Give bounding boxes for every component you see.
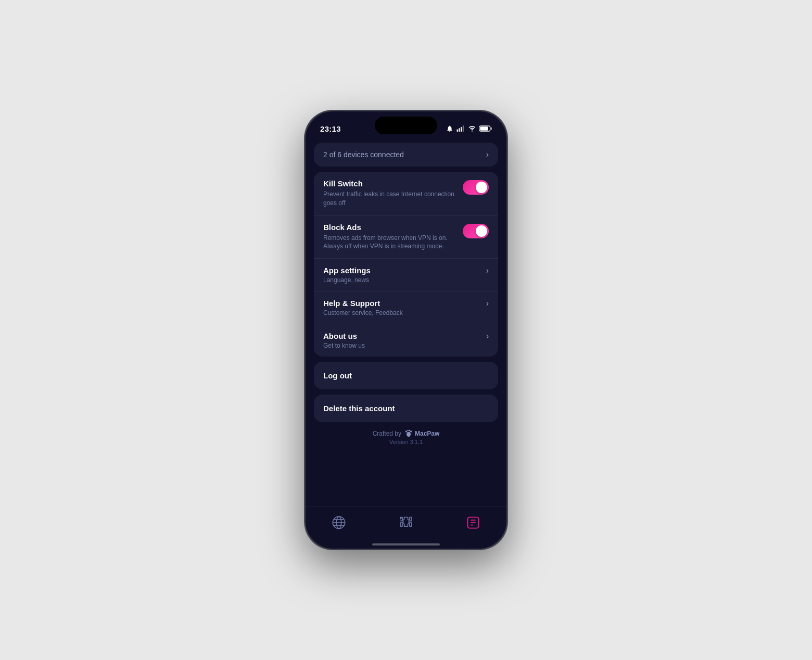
- svg-rect-7: [490, 127, 492, 130]
- devices-row[interactable]: 2 of 6 devices connected ›: [314, 143, 498, 167]
- about-us-chevron: ›: [486, 332, 489, 341]
- crafted-by-text: Crafted by: [373, 430, 401, 437]
- kill-switch-info: Kill Switch Prevent traffic leaks in cas…: [323, 179, 456, 208]
- delete-account-button[interactable]: Delete this account: [314, 395, 498, 422]
- macpaw-logo: MacPaw: [404, 429, 439, 438]
- about-us-row[interactable]: About us Get to know us ›: [314, 324, 498, 357]
- delete-account-label: Delete this account: [323, 404, 395, 413]
- svg-point-9: [407, 430, 409, 431]
- footer-section: Crafted by MacPaw: [314, 427, 498, 446]
- help-support-row[interactable]: Help & Support Customer service, Feedbac…: [314, 291, 498, 324]
- block-ads-toggle[interactable]: [463, 224, 489, 238]
- version-text: Version 3.1.1: [389, 439, 423, 445]
- help-support-chevron: ›: [486, 299, 489, 308]
- svg-rect-3: [463, 125, 464, 132]
- app-settings-chevron: ›: [486, 266, 489, 275]
- about-us-info: About us Get to know us: [323, 332, 486, 349]
- globe-nav-button[interactable]: [327, 511, 350, 534]
- app-settings-row[interactable]: App settings Language, news ›: [314, 259, 498, 291]
- puzzle-icon: [399, 515, 413, 530]
- devices-chevron: ›: [486, 150, 489, 159]
- macpaw-icon: [404, 429, 413, 438]
- help-support-desc: Customer service, Feedback: [323, 309, 486, 316]
- kill-switch-toggle[interactable]: [463, 180, 489, 195]
- account-icon: [466, 515, 480, 530]
- kill-switch-desc: Prevent traffic leaks in case Internet c…: [323, 190, 456, 208]
- status-icons: [446, 125, 492, 132]
- signal-icon: [456, 125, 465, 132]
- svg-rect-1: [459, 128, 460, 132]
- logout-label: Log out: [323, 371, 352, 380]
- block-ads-desc: Removes ads from browser when VPN is on.…: [323, 234, 456, 251]
- battery-icon: [479, 125, 492, 132]
- help-support-title: Help & Support: [323, 299, 486, 308]
- globe-icon: [332, 515, 346, 530]
- block-ads-action: [463, 223, 489, 238]
- phone-screen: 23:13: [306, 111, 506, 549]
- status-bar: 23:13: [306, 111, 506, 138]
- wifi-icon: [468, 125, 476, 132]
- bottom-nav: [306, 506, 506, 549]
- logout-button[interactable]: Log out: [314, 362, 498, 389]
- svg-rect-6: [480, 126, 488, 131]
- block-ads-title: Block Ads: [323, 223, 456, 232]
- app-settings-info: App settings Language, news: [323, 266, 486, 284]
- block-ads-knob: [476, 225, 487, 237]
- macpaw-brand: MacPaw: [415, 430, 439, 437]
- kill-switch-title: Kill Switch: [323, 179, 456, 188]
- notification-icon: [446, 125, 453, 132]
- svg-rect-2: [461, 127, 462, 132]
- svg-point-4: [472, 131, 473, 132]
- kill-switch-knob: [476, 182, 487, 193]
- screen-content: 2 of 6 devices connected › Kill Switch P…: [306, 138, 506, 506]
- about-us-desc: Get to know us: [323, 342, 486, 349]
- crafted-by: Crafted by MacPaw: [373, 429, 440, 438]
- home-indicator: [372, 543, 440, 545]
- svg-point-8: [405, 431, 407, 433]
- toggle-settings-card: Kill Switch Prevent traffic leaks in cas…: [314, 172, 498, 357]
- svg-rect-0: [457, 130, 458, 132]
- block-ads-row: Block Ads Removes ads from browser when …: [314, 215, 498, 259]
- app-settings-desc: Language, news: [323, 276, 486, 284]
- dynamic-island: [375, 117, 437, 134]
- block-ads-info: Block Ads Removes ads from browser when …: [323, 223, 456, 251]
- about-us-title: About us: [323, 332, 486, 340]
- svg-point-10: [409, 430, 411, 431]
- svg-point-11: [410, 431, 412, 433]
- phone-wrapper: 23:13: [304, 110, 508, 550]
- status-time: 23:13: [320, 124, 341, 133]
- phone-frame: 23:13: [304, 110, 508, 550]
- svg-point-12: [407, 432, 411, 437]
- kill-switch-action: [463, 179, 489, 195]
- kill-switch-row: Kill Switch Prevent traffic leaks in cas…: [314, 172, 498, 215]
- help-support-info: Help & Support Customer service, Feedbac…: [323, 299, 486, 316]
- devices-text: 2 of 6 devices connected: [323, 150, 404, 159]
- puzzle-nav-button[interactable]: [395, 511, 417, 534]
- app-settings-title: App settings: [323, 266, 486, 275]
- account-nav-button[interactable]: [462, 511, 485, 534]
